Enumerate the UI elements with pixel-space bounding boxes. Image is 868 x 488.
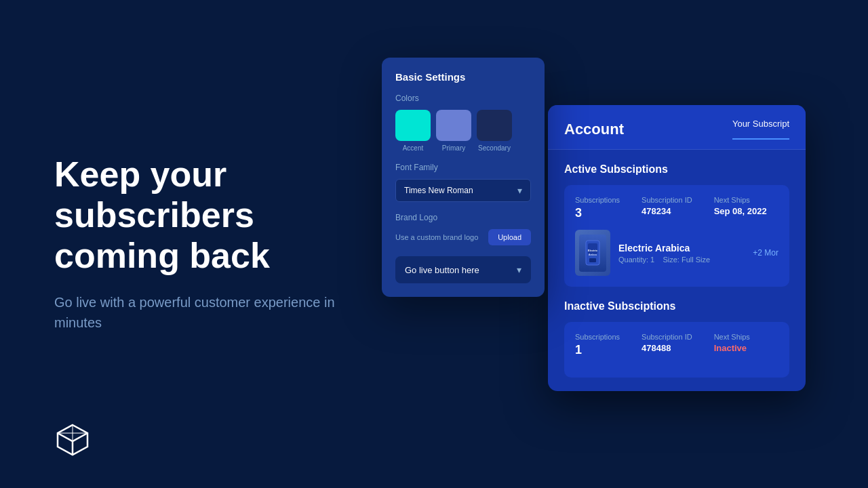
- product-row: Electric Arabica Electric Arabica Quanti…: [575, 230, 778, 276]
- upload-button[interactable]: Upload: [488, 229, 531, 245]
- inactive-sub-info-row: Subscriptions 1 Subscription ID 478488 N…: [575, 333, 778, 357]
- inactive-next-ships-value: Inactive: [714, 343, 750, 353]
- inactive-subscription-card: Subscriptions 1 Subscription ID 478488 N…: [564, 322, 789, 378]
- inactive-section-title: Inactive Subsciptions: [564, 300, 789, 312]
- inactive-next-ships-label: Next Ships: [714, 333, 750, 341]
- primary-color-box[interactable]: [436, 110, 471, 141]
- brand-logo-desc: Use a custom brand logo: [395, 233, 478, 241]
- account-body: Active Subsciptions Subscriptions 3 Subs…: [548, 150, 806, 391]
- svg-text:Electric: Electric: [588, 249, 598, 252]
- product-image-inner: Electric Arabica: [579, 235, 606, 272]
- colors-row: Accent Primary Secondary: [395, 110, 531, 152]
- subscription-id-value: 478234: [642, 206, 692, 216]
- go-live-text: Go live button here: [405, 265, 479, 275]
- logo-icon: [54, 422, 91, 461]
- font-family-section: Font Family Times New Roman ▾: [395, 163, 531, 202]
- brand-logo-row: Use a custom brand logo Upload: [395, 229, 531, 245]
- inactive-next-ships-item: Next Ships Inactive: [714, 333, 750, 357]
- active-subscription-card: Subscriptions 3 Subscription ID 478234 N…: [564, 185, 789, 287]
- account-title: Account: [564, 121, 624, 138]
- account-header: Account Your Subscript: [548, 105, 806, 150]
- svg-rect-4: [589, 258, 596, 262]
- color-swatch-primary[interactable]: Primary: [436, 110, 471, 152]
- inactive-subscriptions-count-item: Subscriptions 1: [575, 333, 620, 357]
- primary-label: Primary: [442, 144, 465, 152]
- product-name: Electric Arabica: [618, 243, 745, 253]
- product-quantity: Quantity: 1: [618, 256, 654, 264]
- colors-label: Colors: [395, 94, 531, 103]
- inactive-subscription-id-value: 478488: [642, 343, 692, 353]
- accent-label: Accent: [403, 144, 424, 152]
- chevron-down-icon: ▾: [517, 264, 521, 275]
- color-swatch-secondary[interactable]: Secondary: [477, 110, 512, 152]
- inactive-subscriptions-label: Subscriptions: [575, 333, 620, 341]
- account-header-row: Account Your Subscript: [564, 119, 789, 140]
- hero-subtitle: Go live with a powerful customer experie…: [54, 293, 359, 333]
- font-family-dropdown[interactable]: Times New Roman ▾: [395, 179, 531, 202]
- secondary-color-box[interactable]: [477, 110, 512, 141]
- subscription-id-item: Subscription ID 478234: [642, 196, 692, 220]
- settings-card-title: Basic Settings: [395, 71, 531, 83]
- product-size: Size: Full Size: [663, 256, 710, 264]
- brand-logo-section: Brand Logo Use a custom brand logo Uploa…: [395, 213, 531, 245]
- brand-logo-label: Brand Logo: [395, 213, 531, 222]
- subscription-id-label: Subscription ID: [642, 196, 692, 204]
- settings-card: Basic Settings Colors Accent Primary Sec…: [382, 58, 545, 297]
- subscriptions-label: Subscriptions: [575, 196, 620, 204]
- hero-title: Keep your subscribers coming back: [54, 155, 359, 276]
- product-details: Quantity: 1 Size: Full Size: [618, 256, 745, 264]
- product-image: Electric Arabica: [575, 230, 610, 276]
- next-ships-item: Next Ships Sep 08, 2022: [714, 196, 767, 220]
- font-family-label: Font Family: [395, 163, 531, 172]
- subscriptions-count-item: Subscriptions 3: [575, 196, 620, 220]
- color-swatch-accent[interactable]: Accent: [395, 110, 431, 152]
- accent-color-box[interactable]: [395, 110, 431, 141]
- font-family-value: Times New Roman: [404, 186, 473, 195]
- inactive-subscription-id-label: Subscription ID: [642, 333, 692, 341]
- svg-text:Arabica: Arabica: [589, 253, 597, 256]
- secondary-label: Secondary: [478, 144, 511, 152]
- chevron-down-icon: ▾: [517, 185, 522, 196]
- active-sub-info-row: Subscriptions 3 Subscription ID 478234 N…: [575, 196, 778, 220]
- account-card: Account Your Subscript Active Subsciptio…: [548, 105, 806, 391]
- next-ships-value: Sep 08, 2022: [714, 206, 767, 216]
- inactive-subscription-id-item: Subscription ID 478488: [642, 333, 692, 357]
- next-ships-label: Next Ships: [714, 196, 767, 204]
- more-badge: +2 Mor: [753, 248, 778, 258]
- inactive-section: Inactive Subsciptions Subscriptions 1 Su…: [564, 300, 789, 378]
- your-subscription-tab[interactable]: Your Subscript: [732, 119, 789, 140]
- subscriptions-value: 3: [575, 206, 620, 220]
- active-section-title: Active Subsciptions: [564, 163, 789, 176]
- go-live-section[interactable]: Go live button here ▾: [395, 256, 531, 283]
- hero-section: Keep your subscribers coming back Go liv…: [54, 155, 359, 333]
- inactive-subscriptions-value: 1: [575, 343, 620, 357]
- product-info: Electric Arabica Quantity: 1 Size: Full …: [618, 243, 745, 264]
